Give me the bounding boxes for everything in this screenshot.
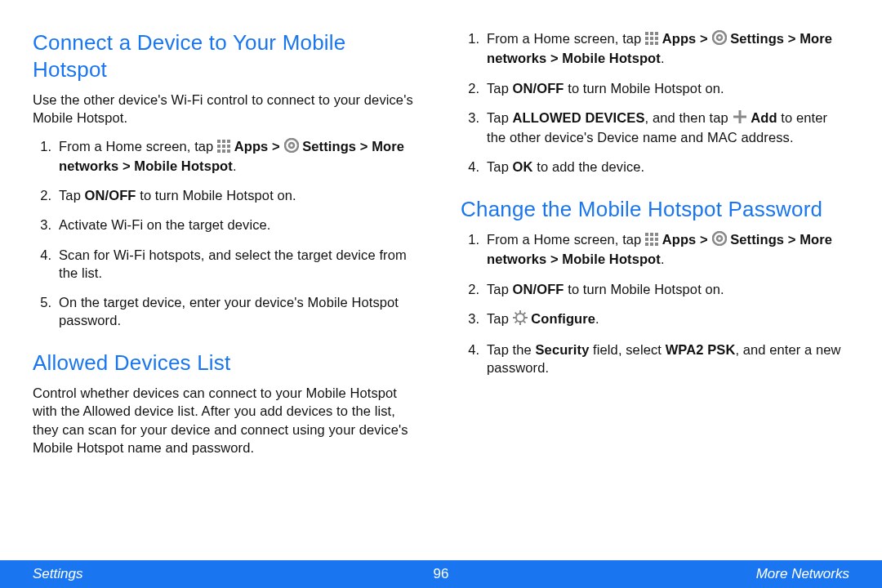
bold: Apps > [662,31,712,46]
settings-ring-icon [284,138,299,157]
heading-connect: Connect a Device to Your Mobile Hotspot [33,29,421,82]
gear-cog-icon [513,310,528,329]
text: to turn Mobile Hotspot on. [136,188,296,203]
text: . [661,252,665,266]
text: Tap [487,110,513,125]
text: Tap [59,188,85,203]
page-number: 96 [434,566,449,582]
page-footer: Settings 96 More Networks [0,560,882,588]
step: Tap ALLOWED DEVICES, and then tap Add to… [483,109,849,147]
step: Scan for Wi-Fi hotspots, and select the … [56,246,421,283]
footer-right: More Networks [756,566,849,582]
bold: ON/OFF [513,81,564,96]
intro-connect: Use the other device's Wi-Fi control to … [33,91,421,127]
step: Tap OK to add the device. [483,158,849,176]
bold: Apps > [234,139,284,154]
text: Tap [487,282,513,296]
text: to turn Mobile Hotspot on. [564,81,724,96]
apps-grid-icon [645,31,658,49]
step: From a Home screen, tap Apps > Settings … [56,137,421,176]
step: On the target device, enter your device'… [56,293,421,330]
bold: ON/OFF [85,188,136,203]
text: Tap the [487,342,536,357]
text: From a Home screen, tap [487,232,645,247]
step: Tap ON/OFF to turn Mobile Hotspot on. [483,79,849,97]
text: . [661,51,665,65]
bold: Apps > [662,232,712,247]
intro-allowed: Control whether devices can connect to y… [33,384,421,457]
text: field, select [589,342,665,357]
bold: Add [751,110,777,125]
apps-grid-icon [645,232,658,250]
text: From a Home screen, tap [59,139,217,154]
steps-allowed: From a Home screen, tap Apps > Settings … [461,29,849,176]
right-column: From a Home screen, tap Apps > Settings … [461,29,849,555]
left-column: Connect a Device to Your Mobile Hotspot … [33,29,421,555]
bold: ON/OFF [513,282,564,296]
step: From a Home screen, tap Apps > Settings … [483,230,849,269]
bold: Configure [531,311,595,326]
heading-password: Change the Mobile Hotspot Password [461,196,849,223]
step: Tap the Security field, select WPA2 PSK,… [483,341,849,377]
footer-left: Settings [33,566,82,582]
bold: WPA2 PSK [666,342,736,357]
text: to turn Mobile Hotspot on. [564,282,724,296]
text: to add the device. [533,159,645,174]
step: From a Home screen, tap Apps > Settings … [483,29,849,68]
step: Tap ON/OFF to turn Mobile Hotspot on. [56,186,421,204]
text: . [595,311,599,326]
settings-ring-icon [712,30,727,49]
text: Tap [487,159,513,174]
bold: OK [513,159,533,174]
text: From a Home screen, tap [487,31,645,46]
step: Activate Wi-Fi on the target device. [56,216,421,234]
bold: Security [536,342,590,357]
bold: ALLOWED DEVICES [513,110,645,125]
steps-password: From a Home screen, tap Apps > Settings … [461,230,849,377]
page-body: Connect a Device to Your Mobile Hotspot … [0,0,882,555]
steps-connect: From a Home screen, tap Apps > Settings … [33,137,421,330]
heading-allowed: Allowed Devices List [33,350,421,376]
text: , and then tap [645,110,733,125]
plus-icon [733,109,747,128]
apps-grid-icon [217,139,230,157]
step: Tap ON/OFF to turn Mobile Hotspot on. [483,280,849,298]
text: Tap [487,81,513,96]
step: Tap Configure. [483,310,849,329]
text: Tap [487,311,513,326]
text: . [233,158,237,173]
settings-ring-icon [712,231,727,250]
